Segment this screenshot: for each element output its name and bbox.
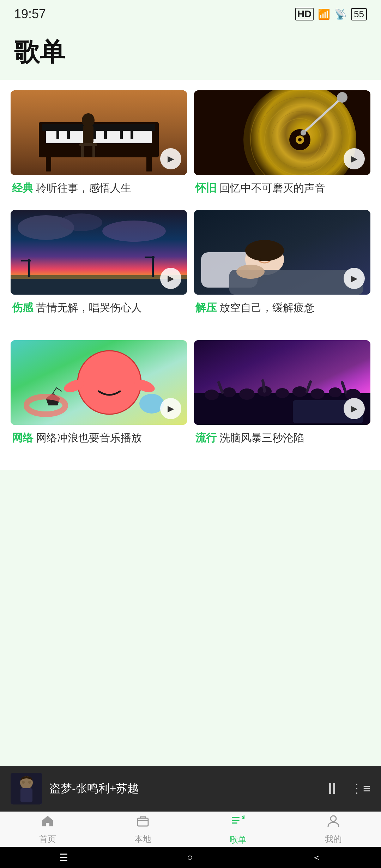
play-btn-nostalgic[interactable]: ▶ [344, 148, 365, 169]
play-btn-sad[interactable]: ▶ [160, 268, 181, 289]
playlist-nav-icon [230, 813, 246, 832]
svg-rect-4 [46, 131, 152, 143]
svg-point-34 [60, 213, 102, 231]
svg-rect-12 [46, 157, 51, 171]
playlist-desc-internet: 网络网络冲浪也要音乐播放 [11, 425, 187, 453]
playlist-desc-relax: 解压放空自己，缓解疲惫 [194, 295, 370, 323]
svg-point-100 [331, 816, 336, 821]
nav-item-mine[interactable]: 我的 [286, 814, 381, 845]
svg-point-68 [223, 387, 236, 397]
svg-point-14 [82, 113, 95, 127]
nav-item-local[interactable]: 本地 [95, 814, 190, 845]
playlist-thumb-popular: ▶ [194, 340, 370, 425]
svg-point-30 [337, 92, 347, 103]
play-btn-popular[interactable]: ▶ [344, 398, 365, 419]
svg-rect-9 [104, 131, 107, 139]
svg-rect-38 [28, 259, 30, 277]
playlist-card-popular[interactable]: ▶ 流行洗脑风暴三秒沦陷 [194, 340, 370, 453]
nav-label-local: 本地 [134, 833, 151, 845]
nav-item-playlist[interactable]: 歌单 [190, 813, 286, 845]
playlist-row-3: ▶ 网络网络冲浪也要音乐播放 [11, 340, 370, 453]
play-btn-classic[interactable]: ▶ [160, 148, 181, 169]
now-playing-bar[interactable]: 盗梦-张鸣利+苏越 ⏸ ⋮≡ [0, 766, 381, 812]
page-title: 歌单 [14, 35, 367, 69]
playlist-card-internet[interactable]: ▶ 网络网络冲浪也要音乐播放 [11, 340, 187, 453]
svg-rect-97 [232, 817, 240, 818]
now-playing-controls: ⏸ ⋮≡ [324, 780, 370, 797]
tag-relax: 解压 [195, 302, 217, 313]
playlist-desc-classic: 经典聆听往事，感悟人生 [11, 175, 187, 203]
svg-point-69 [239, 388, 255, 400]
page-header: 歌单 [0, 28, 381, 80]
mine-icon [326, 814, 340, 831]
svg-point-95 [28, 781, 31, 784]
playlist-row-2: ▶ 伤感苦情无解，唱哭伤心人 [11, 210, 370, 323]
status-time: 19:57 [14, 7, 46, 22]
now-playing-artwork [11, 773, 42, 804]
playlist-desc-popular: 流行洗脑风暴三秒沦陷 [194, 425, 370, 453]
svg-point-35 [102, 221, 166, 242]
playlist-card-nostalgic[interactable]: ▶ 怀旧回忆中不可磨灭的声音 [194, 90, 370, 203]
system-menu-btn[interactable]: ☰ [59, 852, 68, 863]
signal-icon: 📶 [318, 8, 330, 20]
svg-rect-15 [83, 126, 93, 143]
svg-point-31 [301, 130, 306, 135]
svg-point-67 [205, 390, 219, 400]
tag-nostalgic: 怀旧 [195, 182, 217, 194]
svg-point-94 [22, 781, 25, 784]
play-btn-internet[interactable]: ▶ [160, 398, 181, 419]
playlist-card-classic[interactable]: ▶ 经典聆听往事，感悟人生 [11, 90, 187, 203]
svg-rect-3 [42, 124, 155, 131]
system-home-btn[interactable]: ○ [187, 852, 193, 863]
playlist-card-sad[interactable]: ▶ 伤感苦情无解，唱哭伤心人 [11, 210, 187, 323]
playlist-thumb-internet: ▶ [11, 340, 187, 425]
playlist-row-1: ▶ 经典聆听往事，感悟人生 [11, 90, 370, 203]
svg-rect-18 [92, 146, 95, 157]
pause-button[interactable]: ⏸ [324, 780, 340, 797]
play-btn-relax[interactable]: ▶ [344, 268, 365, 289]
svg-rect-11 [131, 131, 133, 139]
system-nav: ☰ ○ ＜ [0, 847, 381, 868]
svg-point-74 [329, 387, 341, 397]
svg-rect-13 [146, 157, 152, 171]
svg-rect-17 [81, 146, 84, 157]
svg-point-45 [245, 240, 284, 261]
battery-icon: 55 [351, 8, 367, 20]
nav-label-mine: 我的 [325, 833, 342, 845]
hd-badge: HD [295, 8, 314, 20]
svg-rect-10 [120, 131, 123, 139]
now-playing-title: 盗梦-张鸣利+苏越 [49, 781, 317, 796]
playlist-desc-nostalgic: 怀旧回忆中不可磨灭的声音 [194, 175, 370, 203]
svg-point-71 [276, 388, 289, 398]
playlist-thumb-sad: ▶ [11, 210, 187, 295]
local-icon [136, 814, 150, 831]
svg-rect-98 [232, 820, 240, 821]
svg-rect-99 [232, 822, 237, 824]
playlist-button[interactable]: ⋮≡ [350, 781, 370, 796]
bottom-nav: 首页 本地 歌单 [0, 812, 381, 847]
svg-rect-8 [93, 131, 96, 139]
svg-line-77 [263, 381, 265, 391]
status-icons: HD 📶 📡 55 [295, 8, 367, 20]
svg-point-48 [258, 257, 261, 259]
home-icon [41, 814, 55, 831]
svg-point-73 [310, 388, 325, 399]
main-content: ▶ 经典聆听往事，感悟人生 [0, 80, 381, 470]
svg-point-47 [236, 265, 265, 279]
system-back-btn[interactable]: ＜ [312, 851, 322, 864]
wifi-icon: 📡 [334, 8, 347, 20]
svg-rect-41 [145, 257, 155, 258]
playlist-card-relax[interactable]: ▶ 解压放空自己，缓解疲惫 [194, 210, 370, 323]
playlist-thumb-nostalgic: ▶ [194, 90, 370, 175]
tag-popular: 流行 [195, 432, 217, 444]
playlist-desc-sad: 伤感苦情无解，唱哭伤心人 [11, 295, 187, 323]
svg-rect-96 [138, 818, 148, 826]
tag-classic: 经典 [12, 182, 33, 194]
tag-sad: 伤感 [12, 302, 33, 313]
tag-internet: 网络 [12, 432, 33, 444]
svg-rect-40 [152, 256, 154, 277]
status-bar: 19:57 HD 📶 📡 55 [0, 0, 381, 28]
svg-rect-93 [20, 788, 32, 802]
nav-label-home: 首页 [39, 833, 56, 845]
nav-item-home[interactable]: 首页 [0, 814, 95, 845]
